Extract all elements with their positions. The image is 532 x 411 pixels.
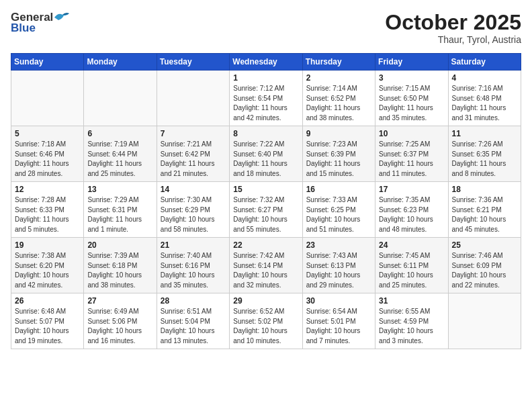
day-cell-3-2: 21Sunrise: 7:40 AM Sunset: 6:16 PM Dayli… [157,238,229,293]
day-info: Sunrise: 7:40 AM Sunset: 6:16 PM Dayligh… [161,251,226,290]
day-cell-2-1: 13Sunrise: 7:29 AM Sunset: 6:31 PM Dayli… [84,182,157,238]
day-number: 23 [306,240,371,250]
day-number: 24 [379,240,444,250]
day-info: Sunrise: 7:21 AM Sunset: 6:42 PM Dayligh… [161,140,226,179]
day-cell-4-1: 27Sunrise: 6:49 AM Sunset: 5:06 PM Dayli… [84,293,157,349]
day-cell-2-3: 15Sunrise: 7:32 AM Sunset: 6:27 PM Dayli… [230,182,302,238]
logo: General Blue [11,11,71,35]
logo-blue: Blue [11,21,36,35]
day-number: 6 [87,129,152,138]
day-info: Sunrise: 7:15 AM Sunset: 6:50 PM Dayligh… [379,84,444,123]
weekday-header-row: Sunday Monday Tuesday Wednesday Thursday… [11,54,521,71]
day-info: Sunrise: 6:54 AM Sunset: 5:01 PM Dayligh… [306,307,371,346]
day-number: 26 [15,296,80,306]
day-cell-2-2: 14Sunrise: 7:30 AM Sunset: 6:29 PM Dayli… [157,182,229,238]
header-thursday: Thursday [302,54,375,71]
day-info: Sunrise: 7:42 AM Sunset: 6:14 PM Dayligh… [233,251,298,290]
day-number: 10 [379,129,444,138]
day-number: 27 [87,296,152,306]
header-friday: Friday [375,54,448,71]
day-number: 31 [379,296,444,306]
day-number: 15 [233,185,298,194]
header-tuesday: Tuesday [157,54,229,71]
day-cell-4-3: 29Sunrise: 6:52 AM Sunset: 5:02 PM Dayli… [230,293,302,349]
day-number: 18 [452,185,517,194]
day-cell-0-1 [84,71,157,126]
day-cell-2-4: 16Sunrise: 7:33 AM Sunset: 6:25 PM Dayli… [302,182,375,238]
day-cell-0-4: 2Sunrise: 7:14 AM Sunset: 6:52 PM Daylig… [302,71,375,126]
day-number: 29 [233,296,298,306]
day-number: 7 [161,129,226,138]
day-cell-0-3: 1Sunrise: 7:12 AM Sunset: 6:54 PM Daylig… [230,71,302,126]
day-cell-1-6: 11Sunrise: 7:26 AM Sunset: 6:35 PM Dayli… [448,126,521,182]
day-cell-1-1: 6Sunrise: 7:19 AM Sunset: 6:44 PM Daylig… [84,126,157,182]
day-info: Sunrise: 7:30 AM Sunset: 6:29 PM Dayligh… [161,195,226,234]
page-header: General Blue October 2025 Thaur, Tyrol, … [11,11,521,45]
day-cell-2-0: 12Sunrise: 7:28 AM Sunset: 6:33 PM Dayli… [11,182,84,238]
day-number: 14 [161,185,226,194]
day-cell-1-3: 8Sunrise: 7:22 AM Sunset: 6:40 PM Daylig… [230,126,302,182]
day-number: 2 [306,73,371,83]
week-row-3: 12Sunrise: 7:28 AM Sunset: 6:33 PM Dayli… [11,182,521,238]
day-cell-3-3: 22Sunrise: 7:42 AM Sunset: 6:14 PM Dayli… [230,238,302,293]
day-cell-3-0: 19Sunrise: 7:38 AM Sunset: 6:20 PM Dayli… [11,238,84,293]
day-cell-4-0: 26Sunrise: 6:48 AM Sunset: 5:07 PM Dayli… [11,293,84,349]
day-info: Sunrise: 7:22 AM Sunset: 6:40 PM Dayligh… [233,140,298,179]
day-cell-0-0 [11,71,84,126]
day-number: 22 [233,240,298,250]
day-cell-4-4: 30Sunrise: 6:54 AM Sunset: 5:01 PM Dayli… [302,293,375,349]
day-info: Sunrise: 6:51 AM Sunset: 5:04 PM Dayligh… [161,307,226,346]
day-cell-3-1: 20Sunrise: 7:39 AM Sunset: 6:18 PM Dayli… [84,238,157,293]
day-number: 8 [233,129,298,138]
day-cell-0-2 [157,71,229,126]
day-info: Sunrise: 7:14 AM Sunset: 6:52 PM Dayligh… [306,84,371,123]
week-row-4: 19Sunrise: 7:38 AM Sunset: 6:20 PM Dayli… [11,238,521,293]
day-info: Sunrise: 6:55 AM Sunset: 4:59 PM Dayligh… [379,307,444,346]
day-info: Sunrise: 7:28 AM Sunset: 6:33 PM Dayligh… [15,195,80,234]
day-cell-4-5: 31Sunrise: 6:55 AM Sunset: 4:59 PM Dayli… [375,293,448,349]
title-area: October 2025 Thaur, Tyrol, Austria [385,11,521,45]
month-title: October 2025 [385,11,521,34]
day-cell-3-4: 23Sunrise: 7:43 AM Sunset: 6:13 PM Dayli… [302,238,375,293]
day-cell-1-5: 10Sunrise: 7:25 AM Sunset: 6:37 PM Dayli… [375,126,448,182]
day-info: Sunrise: 7:45 AM Sunset: 6:11 PM Dayligh… [379,251,444,290]
day-cell-4-6 [448,293,521,349]
day-info: Sunrise: 7:39 AM Sunset: 6:18 PM Dayligh… [87,251,152,290]
day-info: Sunrise: 7:18 AM Sunset: 6:46 PM Dayligh… [15,140,80,179]
day-info: Sunrise: 7:25 AM Sunset: 6:37 PM Dayligh… [379,140,444,179]
day-number: 3 [379,73,444,83]
day-info: Sunrise: 7:23 AM Sunset: 6:39 PM Dayligh… [306,140,371,179]
day-number: 12 [15,185,80,194]
day-number: 16 [306,185,371,194]
header-wednesday: Wednesday [230,54,302,71]
day-cell-2-5: 17Sunrise: 7:35 AM Sunset: 6:23 PM Dayli… [375,182,448,238]
day-info: Sunrise: 7:43 AM Sunset: 6:13 PM Dayligh… [306,251,371,290]
day-cell-2-6: 18Sunrise: 7:36 AM Sunset: 6:21 PM Dayli… [448,182,521,238]
day-number: 5 [15,129,80,138]
day-info: Sunrise: 6:48 AM Sunset: 5:07 PM Dayligh… [15,307,80,346]
day-cell-3-5: 24Sunrise: 7:45 AM Sunset: 6:11 PM Dayli… [375,238,448,293]
day-info: Sunrise: 6:49 AM Sunset: 5:06 PM Dayligh… [87,307,152,346]
day-info: Sunrise: 7:12 AM Sunset: 6:54 PM Dayligh… [233,84,298,123]
header-saturday: Saturday [448,54,521,71]
day-info: Sunrise: 7:29 AM Sunset: 6:31 PM Dayligh… [87,195,152,234]
location: Thaur, Tyrol, Austria [385,34,521,45]
day-number: 17 [379,185,444,194]
day-number: 25 [452,240,517,250]
day-number: 9 [306,129,371,138]
day-cell-0-5: 3Sunrise: 7:15 AM Sunset: 6:50 PM Daylig… [375,71,448,126]
calendar-table: Sunday Monday Tuesday Wednesday Thursday… [11,53,521,349]
day-info: Sunrise: 7:19 AM Sunset: 6:44 PM Dayligh… [87,140,152,179]
day-info: Sunrise: 7:26 AM Sunset: 6:35 PM Dayligh… [452,140,517,179]
day-number: 19 [15,240,80,250]
day-info: Sunrise: 6:52 AM Sunset: 5:02 PM Dayligh… [233,307,298,346]
day-number: 21 [161,240,226,250]
week-row-2: 5Sunrise: 7:18 AM Sunset: 6:46 PM Daylig… [11,126,521,182]
day-info: Sunrise: 7:36 AM Sunset: 6:21 PM Dayligh… [452,195,517,234]
day-number: 4 [452,73,517,83]
header-sunday: Sunday [11,54,84,71]
day-info: Sunrise: 7:35 AM Sunset: 6:23 PM Dayligh… [379,195,444,234]
day-info: Sunrise: 7:16 AM Sunset: 6:48 PM Dayligh… [452,84,517,123]
week-row-5: 26Sunrise: 6:48 AM Sunset: 5:07 PM Dayli… [11,293,521,349]
day-cell-3-6: 25Sunrise: 7:46 AM Sunset: 6:09 PM Dayli… [448,238,521,293]
